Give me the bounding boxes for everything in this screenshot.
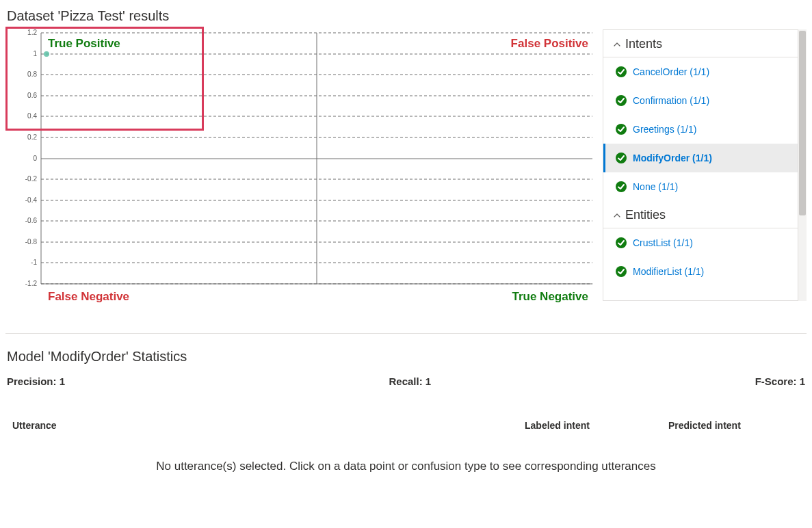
section-header-entities[interactable]: Entities <box>603 201 798 228</box>
intent-item-label: Confirmation (1/1) <box>633 95 709 106</box>
svg-text:0.4: 0.4 <box>27 112 37 120</box>
empty-state-message: No utterance(s) selected. Click on a dat… <box>0 439 812 501</box>
intent-item-modifyorder[interactable]: ModifyOrder (1/1) <box>603 144 798 172</box>
intent-item-cancelorder[interactable]: CancelOrder (1/1) <box>603 57 798 86</box>
svg-text:0: 0 <box>33 155 37 162</box>
col-predicted-intent: Predicted intent <box>668 420 805 431</box>
chevron-up-icon <box>613 211 621 220</box>
svg-text:-1.2: -1.2 <box>25 280 38 287</box>
svg-point-34 <box>616 237 627 248</box>
entity-item-modifierlist[interactable]: ModifierList (1/1) <box>603 257 798 282</box>
chevron-up-icon <box>613 40 621 49</box>
stat-fscore: F-Score: 1 <box>755 375 805 387</box>
table-header: Utterance Labeled intent Predicted inten… <box>0 393 812 439</box>
svg-point-33 <box>616 181 627 192</box>
intent-item-label: Greetings (1/1) <box>633 124 696 135</box>
intent-item-confirmation[interactable]: Confirmation (1/1) <box>603 86 798 115</box>
intent-item-none[interactable]: None (1/1) <box>603 172 798 201</box>
intent-item-label: None (1/1) <box>633 181 678 192</box>
svg-text:0.2: 0.2 <box>27 133 37 141</box>
svg-text:0.6: 0.6 <box>27 92 37 99</box>
confusion-chart[interactable]: 1.2 1 0.8 0.6 0.4 <box>5 29 596 317</box>
svg-text:1.2: 1.2 <box>27 29 37 36</box>
entity-item-label: ModifierList (1/1) <box>633 266 704 277</box>
check-circle-icon <box>615 237 627 249</box>
section-title: Intents <box>625 37 662 51</box>
col-labeled-intent: Labeled intent <box>525 420 668 431</box>
label-false-negative[interactable]: False Negative <box>48 290 129 303</box>
intent-item-label: ModifyOrder (1/1) <box>633 153 712 163</box>
entity-item-crustlist[interactable]: CrustList (1/1) <box>603 228 798 257</box>
svg-point-29 <box>616 66 627 77</box>
page-title: Dataset 'Pizza Test' results <box>0 0 812 29</box>
col-utterance: Utterance <box>12 420 525 431</box>
section-header-intents[interactable]: Intents <box>603 30 798 57</box>
section-title: Entities <box>625 208 666 222</box>
label-true-positive[interactable]: True Positive <box>48 37 120 50</box>
label-true-negative[interactable]: True Negative <box>512 290 589 303</box>
check-circle-icon <box>615 66 627 78</box>
check-circle-icon <box>615 265 627 278</box>
intent-item-greetings[interactable]: Greetings (1/1) <box>603 115 798 144</box>
svg-text:0.8: 0.8 <box>27 70 37 78</box>
stats-title: Model 'ModifyOrder' Statistics <box>0 334 812 370</box>
entity-item-label: CrustList (1/1) <box>633 237 693 248</box>
intent-item-label: CancelOrder (1/1) <box>633 66 709 77</box>
svg-text:1: 1 <box>33 50 37 57</box>
data-point[interactable] <box>44 51 49 57</box>
check-circle-icon <box>615 94 627 107</box>
check-circle-icon <box>615 181 627 193</box>
svg-text:-0.2: -0.2 <box>25 175 38 183</box>
check-circle-icon <box>615 123 627 135</box>
svg-point-32 <box>616 153 627 163</box>
svg-point-35 <box>616 266 627 277</box>
stat-precision: Precision: 1 <box>7 375 65 387</box>
scrollbar-thumb[interactable] <box>799 31 806 215</box>
svg-text:-0.6: -0.6 <box>25 217 38 224</box>
sidebar-scrollbar[interactable] <box>798 29 807 301</box>
label-false-positive[interactable]: False Positive <box>511 37 588 50</box>
svg-text:-1: -1 <box>31 259 37 266</box>
svg-text:-0.8: -0.8 <box>25 238 38 246</box>
results-sidebar: Intents CancelOrder (1/1) Confirmation (… <box>603 29 798 301</box>
svg-point-30 <box>616 95 627 106</box>
check-circle-icon <box>615 152 627 164</box>
stat-recall: Recall: 1 <box>389 375 431 387</box>
svg-text:-0.4: -0.4 <box>25 196 38 204</box>
svg-point-31 <box>616 124 627 135</box>
